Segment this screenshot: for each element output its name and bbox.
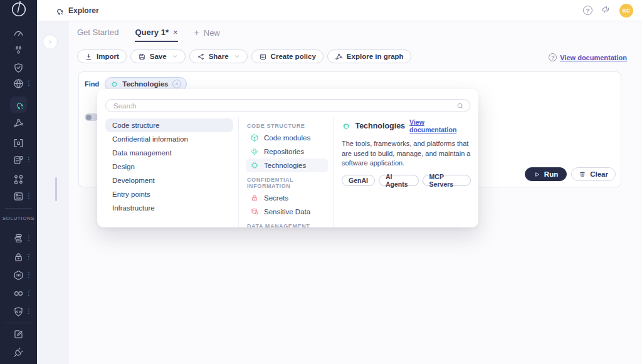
chevron-right-icon [46, 38, 54, 46]
kebab-menu-icon[interactable]: ⋮ [26, 156, 31, 164]
logo-icon [11, 1, 27, 18]
entity-item-secrets[interactable]: Secrets [246, 191, 328, 205]
globe-icon [13, 78, 24, 90]
entity-item-sensitive-data[interactable]: Sensitive Data [246, 205, 328, 219]
group-header-code-structure: CODE STRUCTURE [247, 123, 328, 129]
page-title: Explorer [68, 6, 99, 15]
category-item-infrastructure[interactable]: Infrastructure [105, 201, 233, 215]
sidebar-item-explorer[interactable] [0, 96, 37, 113]
kebab-menu-icon[interactable]: ⋮ [26, 192, 31, 200]
help-icon: ? [549, 53, 557, 61]
tab-label: New [204, 28, 220, 38]
category-item-code-structure[interactable]: Code structure [105, 118, 233, 132]
workflows-icon [13, 174, 24, 185]
search-input[interactable] [105, 99, 470, 112]
save-icon [138, 53, 146, 61]
kebab-menu-icon[interactable]: ⋮ [26, 253, 31, 261]
download-icon [85, 53, 93, 61]
detail-title: Technologies [355, 122, 405, 130]
import-button[interactable]: Import [77, 49, 127, 63]
reports-icon [13, 190, 24, 202]
share-icon [197, 53, 205, 61]
entity-item-repositories[interactable]: Repositories [246, 145, 328, 159]
explorer-magnet-icon [54, 6, 64, 16]
button-label: Create policy [271, 53, 316, 60]
card-actions: Run Clear [525, 167, 616, 181]
sidebar-item-workflows[interactable] [0, 172, 37, 186]
entity-list: CODE STRUCTURE Code modules Repositories… [238, 117, 334, 227]
gem-icon [250, 147, 259, 156]
tag-mcp-servers[interactable]: MCP Servers [423, 175, 471, 186]
detail-description: The tools, frameworks, and platforms tha… [342, 139, 471, 169]
close-tab-icon[interactable]: × [173, 28, 178, 37]
database-lock-icon [250, 207, 259, 216]
insights-icon [13, 154, 24, 166]
detail-tags: GenAI AI Agents MCP Servers [342, 175, 471, 186]
sidebar-item-dashboard[interactable] [0, 26, 37, 40]
cpu-icon [110, 80, 118, 88]
active-highlight [10, 96, 27, 113]
expand-panel-button[interactable] [43, 34, 58, 49]
clear-button[interactable]: Clear [571, 167, 616, 181]
sidebar-item-release-notes[interactable] [0, 327, 37, 341]
entity-detail-panel: Technologies View documentation The tool… [342, 118, 471, 186]
kebab-menu-icon[interactable]: ⋮ [26, 289, 31, 297]
tab-new[interactable]: + New [194, 28, 220, 43]
view-documentation-link[interactable]: View documentation [560, 54, 627, 61]
graph-icon [13, 117, 24, 129]
group-header-data-management: DATA MANAGEMENT [247, 223, 328, 227]
query-option-toggle[interactable] [85, 113, 98, 121]
kebab-menu-icon[interactable]: ⋮ [26, 234, 31, 242]
cpu-icon [250, 161, 259, 170]
button-label: Share [209, 53, 229, 60]
run-button[interactable]: Run [525, 167, 567, 181]
entity-item-code-modules[interactable]: Code modules [246, 131, 328, 145]
graph-icon [335, 53, 343, 61]
entity-chip-label: Technologies [122, 80, 168, 88]
chevron-up-icon[interactable] [172, 80, 181, 88]
tab-query-1[interactable]: Query 1* × [135, 28, 177, 42]
tab-get-started[interactable]: Get Started [77, 28, 118, 42]
kebab-menu-icon[interactable]: ⋮ [26, 271, 31, 279]
create-policy-button[interactable]: Create policy [251, 49, 324, 63]
app-window: ⋮ ⋮ ⋮ SOLUTIONS ⋮ ⋮ [0, 0, 642, 364]
category-item-entry-points[interactable]: Entry points [105, 187, 233, 201]
sidebar-item-graph[interactable] [0, 116, 37, 130]
topbar-actions: ? KC [583, 4, 633, 18]
share-button[interactable]: Share [189, 49, 248, 63]
explore-in-graph-button[interactable]: Explore in graph [327, 49, 411, 63]
sidebar-divider [5, 323, 32, 323]
category-item-design[interactable]: Design [105, 160, 233, 174]
category-item-development[interactable]: Development [105, 174, 233, 187]
category-item-confidential-information[interactable]: Confidential information [105, 132, 233, 146]
megaphone-icon [601, 4, 611, 14]
app-logo[interactable] [0, 3, 37, 16]
sidebar-item-integrations[interactable] [0, 345, 37, 359]
sidebar-item-clusters[interactable] [0, 43, 37, 57]
infinity-icon [13, 288, 24, 299]
help-icon[interactable]: ? [583, 6, 592, 15]
entity-item-technologies[interactable]: Technologies [246, 159, 328, 172]
primary-sidebar: ⋮ ⋮ ⋮ SOLUTIONS ⋮ ⋮ [0, 0, 37, 364]
gauge-icon [13, 28, 24, 39]
category-item-data-management[interactable]: Data management [105, 146, 233, 160]
announcements-icon[interactable] [601, 4, 611, 17]
query-tabs: Get Started Query 1* × + New [77, 28, 220, 43]
tag-genai[interactable]: GenAI [342, 175, 375, 186]
page-header: Explorer [54, 6, 99, 16]
panel-resize-handle[interactable] [55, 177, 57, 201]
top-bar: Explorer ? KC [37, 0, 642, 21]
kebab-menu-icon[interactable]: ⋮ [26, 308, 31, 315]
kebab-menu-icon[interactable]: ⋮ [26, 80, 31, 87]
entity-label: Sensitive Data [264, 208, 310, 216]
user-avatar[interactable]: KC [619, 4, 633, 18]
button-label: Save [150, 53, 167, 60]
tab-label: Query 1* [135, 28, 168, 37]
detail-documentation-link[interactable]: View documentation [409, 118, 471, 133]
sidebar-item-inventory[interactable] [0, 136, 37, 150]
sidebar-item-compliance[interactable] [0, 61, 37, 75]
tag-ai-agents[interactable]: AI Agents [379, 175, 419, 186]
save-button[interactable]: Save [130, 49, 186, 63]
button-label: Explore in graph [347, 53, 404, 60]
entity-label: Technologies [264, 162, 306, 169]
